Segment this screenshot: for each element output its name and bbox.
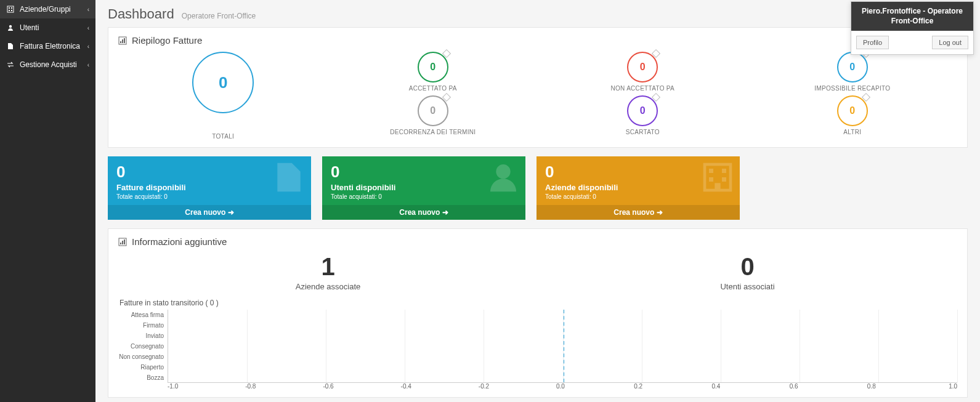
status-circle-nonaccettato[interactable]: 0 NON ACCETTATO PA [610, 52, 674, 92]
svg-point-10 [496, 164, 510, 179]
x-axis-label: 0.4 [711, 383, 789, 390]
status-circle-decorrenza[interactable]: 0 DECORRENZA DEI TERMINI [390, 95, 476, 135]
sidebar-item-fattura[interactable]: Fattura Elettronica ‹ [0, 37, 95, 55]
sidebar-item-label: Utenti [20, 23, 39, 32]
x-axis-label: 0.2 [634, 383, 711, 390]
x-axis-label: -0.4 [401, 383, 479, 390]
panel-title: Informazioni aggiuntive [132, 236, 227, 247]
info-panel: Informazioni aggiuntive 1 Aziende associ… [108, 228, 968, 398]
stat-aziende: 1 Aziende associate [118, 253, 538, 291]
status-circle-scartato[interactable]: 0 SCARTATO [626, 95, 660, 135]
card-fatture: 0 Fatture disponibili Totale acquistati:… [108, 156, 311, 220]
sidebar-item-label: Aziende/Gruppi [20, 5, 71, 14]
y-axis-label: Non consegnato [118, 352, 168, 362]
svg-rect-7 [120, 41, 121, 43]
summary-panel: Riepilogo Fatture 0 TOTALI 0 ACCETTATO P… [108, 27, 968, 148]
chevron-left-icon: ‹ [87, 25, 89, 31]
svg-rect-15 [722, 177, 726, 182]
stat-utenti: 0 Utenti associati [538, 253, 957, 291]
page-title: Dashboard Operatore Front-Office [108, 6, 968, 22]
cards-row: 0 Fatture disponibili Totale acquistati:… [108, 156, 968, 220]
panel-header: Informazioni aggiuntive [118, 236, 957, 247]
create-new-button[interactable]: Crea nuovo ➜ [108, 205, 311, 220]
user-icon [486, 160, 520, 195]
svg-rect-18 [120, 243, 121, 244]
panel-title: Riepilogo Fatture [132, 35, 202, 46]
create-new-button[interactable]: Crea nuovo ➜ [322, 205, 525, 220]
chevron-left-icon: ‹ [87, 62, 89, 68]
y-axis-label: Inviato [118, 331, 168, 341]
svg-rect-4 [11, 10, 12, 11]
sidebar-item-utenti[interactable]: Utenti ‹ [0, 18, 95, 37]
status-circle-altri[interactable]: 0 ALTRI [837, 95, 868, 135]
main-content: Dashboard Operatore Front-Office Riepilo… [95, 0, 980, 402]
status-circle-impossibile[interactable]: 0 IMPOSSIBILE RECAPITO [814, 52, 890, 92]
file-icon [272, 160, 306, 195]
svg-rect-19 [122, 241, 123, 244]
svg-point-5 [9, 25, 12, 28]
create-new-button[interactable]: Crea nuovo ➜ [537, 205, 740, 220]
sidebar-item-label: Fattura Elettronica [20, 42, 80, 50]
y-axis-label: Bozza [118, 372, 168, 383]
diamond-icon [862, 93, 870, 102]
y-axis-label: Firmato [118, 320, 168, 331]
card-utenti: 0 Utenti disponibili Totale acquistati: … [322, 156, 525, 220]
arrow-right-icon: ➜ [657, 208, 663, 217]
x-axis-label: 0.6 [790, 383, 867, 390]
y-axis-label: Attesa firma [118, 310, 168, 320]
x-axis-label: 0.8 [867, 383, 945, 390]
svg-rect-0 [7, 6, 14, 12]
user-menu-dropdown: Piero.Frontoffice - Operatore Front-Offi… [851, 1, 974, 55]
sidebar-item-aziende[interactable]: Aziende/Gruppi ‹ [0, 0, 95, 18]
chart-title: Fatture in stato transitorio ( 0 ) [119, 299, 957, 307]
svg-rect-1 [9, 7, 10, 9]
svg-rect-9 [124, 38, 125, 43]
x-axis-label: -0.2 [479, 383, 556, 390]
chart-icon [118, 238, 127, 246]
chart-area: Attesa firmaFirmatoInviatoConsegnatoNon … [118, 310, 957, 383]
svg-rect-8 [122, 39, 123, 43]
chevron-left-icon: ‹ [87, 43, 89, 50]
x-axis-label: -1.0 [168, 383, 245, 390]
panel-header: Riepilogo Fatture [118, 35, 957, 46]
x-axis-label: -0.8 [245, 383, 323, 390]
building-icon [700, 160, 735, 195]
svg-rect-14 [709, 177, 713, 182]
total-circle[interactable]: 0 TOTALI [118, 52, 328, 140]
building-icon [6, 6, 15, 13]
svg-rect-2 [11, 7, 12, 9]
sidebar-item-acquisti[interactable]: Gestione Acquisti ‹ [0, 55, 95, 74]
svg-rect-3 [9, 10, 10, 11]
page-subtitle: Operatore Front-Office [182, 12, 256, 20]
sidebar: Aziende/Gruppi ‹ Utenti ‹ Fattura Elettr… [0, 0, 95, 402]
y-axis-label: Consegnato [118, 341, 168, 352]
diamond-icon [442, 93, 451, 102]
svg-rect-20 [124, 239, 125, 244]
user-icon [6, 24, 15, 31]
svg-rect-16 [715, 183, 720, 190]
logout-button[interactable]: Log out [932, 36, 968, 49]
file-icon [6, 42, 15, 50]
x-axis-label: 0.0 [556, 383, 634, 390]
diamond-icon [442, 49, 451, 58]
x-axis-label: -0.6 [323, 383, 400, 390]
chart-icon [118, 36, 127, 45]
arrow-right-icon: ➜ [228, 208, 234, 217]
svg-rect-13 [722, 169, 726, 173]
status-circle-accettato[interactable]: 0 ACCETTATO PA [409, 52, 457, 92]
card-aziende: 0 Aziende disponibili Totale acquistati:… [537, 156, 740, 220]
user-name: Piero.Frontoffice - Operatore Front-Offi… [851, 2, 973, 31]
x-axis-label: 1.0 [945, 383, 957, 390]
sidebar-item-label: Gestione Acquisti [20, 60, 77, 69]
profile-button[interactable]: Profilo [856, 36, 889, 49]
svg-rect-12 [709, 169, 713, 173]
chevron-left-icon: ‹ [87, 6, 89, 13]
y-axis-label: Riaperto [118, 362, 168, 372]
transfer-icon [6, 61, 15, 68]
diamond-icon [652, 49, 660, 58]
arrow-right-icon: ➜ [442, 208, 448, 217]
diamond-icon [652, 93, 660, 102]
